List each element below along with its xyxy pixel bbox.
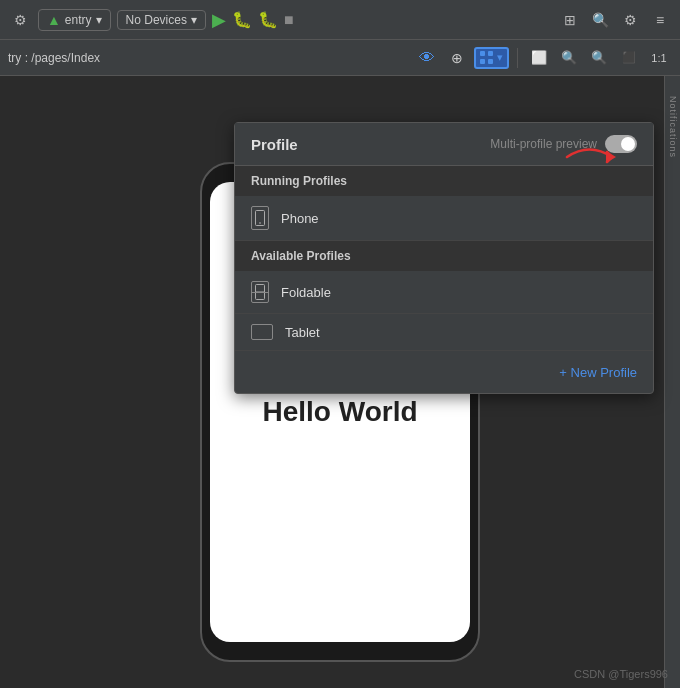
notifications-label: Notifications [668,96,678,158]
gear-icon[interactable]: ⚙ [618,8,642,32]
entry-dropdown-arrow: ▾ [96,13,102,27]
stop-button[interactable]: ■ [284,11,294,29]
foldable-label: Foldable [281,285,331,300]
entry-label: entry [65,13,92,27]
svg-rect-2 [256,285,265,300]
no-devices-arrow: ▾ [191,13,197,27]
debug-bug-icon[interactable]: 🐛 [232,10,252,29]
profile-item-phone[interactable]: Phone [235,196,653,241]
search-icon[interactable]: 🔍 [588,8,612,32]
profile-item-tablet[interactable]: Tablet [235,314,653,351]
profile-dropdown-button[interactable]: ▾ [474,47,509,69]
no-devices-label: No Devices [126,13,187,27]
menu-icon[interactable]: ≡ [648,8,672,32]
profile-dropdown-arrow: ▾ [497,51,503,64]
grid-dots-icon [480,51,494,65]
tablet-label: Tablet [285,325,320,340]
settings-icon[interactable]: ⚙ [8,8,32,32]
foldable-device-icon [251,281,269,303]
breadcrumb: try : /pages/Index [8,51,100,65]
second-toolbar: try : /pages/Index 👁 ⊕ ▾ ⬜ 🔍 🔍 ⬛ 1:1 [0,40,680,76]
ratio-label[interactable]: 1:1 [646,45,672,71]
fit-icon[interactable]: ⬛ [616,45,642,71]
entry-button[interactable]: ▲ entry ▾ [38,9,111,31]
separator [517,48,518,68]
arrow-indicator [562,142,622,178]
layers-icon[interactable]: ⊕ [444,45,470,71]
zoom-in-icon[interactable]: 🔍 [586,45,612,71]
hello-world-text: Hello World [262,396,417,428]
grid-icon[interactable]: ⊞ [558,8,582,32]
eye-icon[interactable]: 👁 [414,45,440,71]
profiler-bug-icon[interactable]: 🐛 [258,10,278,29]
svg-marker-4 [606,151,616,163]
top-toolbar: ⚙ ▲ entry ▾ No Devices ▾ ▶ 🐛 🐛 ■ ⊞ 🔍 ⚙ ≡ [0,0,680,40]
tablet-device-icon [251,324,273,340]
right-notifications-panel: Notifications [664,76,680,688]
new-profile-button[interactable]: + New Profile [235,351,653,393]
watermark: CSDN @Tigers996 [574,668,668,680]
phone-device-icon [251,206,269,230]
new-profile-label: + New Profile [559,365,637,380]
profile-title: Profile [251,136,490,153]
play-button[interactable]: ▶ [212,9,226,31]
profile-item-foldable[interactable]: Foldable [235,271,653,314]
zoom-out-icon[interactable]: 🔍 [556,45,582,71]
phone-label: Phone [281,211,319,226]
no-devices-button[interactable]: No Devices ▾ [117,10,206,30]
entry-icon: ▲ [47,12,61,28]
crop-icon[interactable]: ⬜ [526,45,552,71]
available-profiles-header: Available Profiles [235,241,653,271]
